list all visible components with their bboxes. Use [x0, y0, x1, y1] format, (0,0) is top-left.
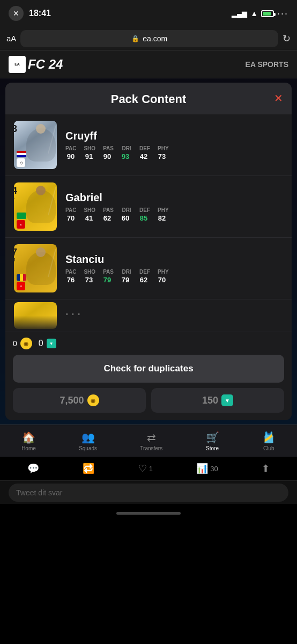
stat-def: 42 [138, 152, 149, 160]
store-icon: 🛒 [206, 431, 219, 444]
nav-transfers-label: Transfers [140, 445, 162, 451]
stats-count: 30 [210, 465, 218, 473]
player-row: 93 CF ⬡ Cru [5, 114, 292, 176]
stats-labels: PAC SHO PAS DRI DEF PHY [65, 145, 283, 151]
player-card-cruyff: 93 CF ⬡ [14, 121, 57, 169]
status-time: 18:41 [29, 9, 51, 18]
url-bar[interactable]: 🔒 ea.com [20, 30, 278, 47]
card-rating: 84 [14, 186, 17, 195]
nav-home-label: Home [21, 445, 36, 451]
fc24-logo: EA FC 24 [9, 56, 63, 73]
twitter-action-bar: 💬 🔁 ♡ 1 📊 30 ⬆ [0, 457, 297, 480]
nationality-flag [17, 274, 26, 281]
nav-squads-label: Squads [79, 445, 97, 451]
nav-club-label: Club [263, 445, 274, 451]
ea-header: EA FC 24 EA SPORTS [0, 50, 297, 78]
player-name: Stanciu [65, 253, 283, 266]
card-position: CB [14, 195, 14, 201]
club-badge: ⬡ [17, 158, 25, 167]
stat-label-sho: SHO [84, 269, 95, 275]
club-icon: 🎽 [262, 431, 276, 444]
refresh-button[interactable]: ↻ [283, 33, 291, 45]
stat-label-pac: PAC [65, 269, 76, 275]
pack-bottom: 0 ◉ 0 ▼ Check for duplicates 7,500 ◉ 150… [5, 332, 292, 420]
check-duplicates-button[interactable]: Check for duplicates [13, 355, 284, 383]
nav-store-label: Store [206, 445, 219, 451]
stat-label-dri: DRI [121, 207, 132, 213]
reply-icon: 💬 [27, 463, 39, 474]
price-points-icon: ▼ [221, 394, 233, 406]
retweet-button[interactable]: 🔁 [83, 463, 94, 474]
close-tab-button[interactable]: ✕ [9, 6, 24, 21]
stat-label-pac: PAC [65, 207, 76, 213]
status-bar: ✕ 18:41 ▂▄▆ ▲ ··· [0, 0, 297, 27]
player-name: Cruyff [65, 130, 283, 142]
stat-pac: 70 [65, 214, 76, 222]
price-points-amount: 150 [202, 395, 218, 406]
reply-button[interactable]: 💬 [27, 463, 39, 474]
club-badge: ✦ [17, 282, 25, 290]
home-bar [116, 512, 181, 515]
price-coins-button[interactable]: 7,500 ◉ [13, 388, 146, 413]
stat-label-pas: PAS [103, 207, 114, 213]
stat-label-phy: PHY [158, 145, 169, 151]
share-button[interactable]: ⬆ [262, 463, 270, 474]
stats-icon: 📊 [196, 463, 208, 474]
game-nav: 🏠 Home 👥 Squads ⇄ Transfers 🛒 Store 🎽 Cl… [0, 425, 297, 457]
stat-pas: 79 [102, 276, 113, 284]
ea-badge: EA [9, 56, 26, 73]
nav-store[interactable]: 🛒 Store [206, 431, 219, 451]
stat-phy: 82 [157, 214, 167, 222]
tweet-reply-input[interactable]: Tweet dit svar [9, 484, 288, 502]
text-size-button[interactable]: aA [6, 34, 16, 43]
stat-label-pas: PAS [103, 145, 114, 151]
status-left: ✕ 18:41 [9, 6, 51, 21]
card-flags: ▲ [17, 213, 26, 229]
player-card-gabriel: 84 CB ▲ [14, 182, 57, 231]
modal-header: Pack Content ✕ [5, 83, 292, 114]
card-flags: ⬡ [17, 151, 26, 167]
lock-icon: 🔒 [131, 35, 139, 42]
nav-club[interactable]: 🎽 Club [262, 431, 276, 451]
squads-icon: 👥 [81, 431, 95, 444]
card-rating: 93 [14, 124, 17, 134]
player-list: 93 CF ⬡ Cru [5, 114, 292, 332]
stat-pas: 62 [102, 214, 113, 222]
stat-label-dri: DRI [121, 145, 132, 151]
player-card-stanciu: 77 CM ✦ [14, 244, 57, 292]
price-points-button[interactable]: 150 ▼ [151, 388, 284, 413]
like-button[interactable]: ♡ 1 [138, 463, 153, 474]
stat-label-sho: SHO [84, 207, 95, 213]
points-count: 0 [39, 339, 43, 348]
fc24-title: FC 24 [28, 57, 63, 72]
player-name: Gabriel [65, 192, 283, 204]
home-indicator [0, 504, 297, 522]
stat-sho: 41 [84, 214, 94, 222]
more-options-button[interactable]: ··· [277, 8, 288, 19]
home-icon: 🏠 [22, 431, 35, 444]
modal-overlay: Pack Content ✕ 93 CF [0, 78, 297, 425]
stat-phy: 73 [157, 152, 167, 160]
points-icon: ▼ [47, 339, 56, 348]
stat-label-pac: PAC [65, 145, 76, 151]
battery-icon [261, 10, 274, 17]
stats-button[interactable]: 📊 30 [196, 463, 218, 474]
nav-home[interactable]: 🏠 Home [21, 431, 36, 451]
nav-squads[interactable]: 👥 Squads [79, 431, 97, 451]
club-badge: ▲ [17, 220, 25, 229]
nav-transfers[interactable]: ⇄ Transfers [140, 431, 162, 451]
stat-dri: 60 [120, 214, 131, 222]
stat-phy: 70 [157, 276, 167, 284]
player-info-stanciu: Stanciu PAC SHO PAS DRI DEF PHY 76 73 [65, 253, 283, 284]
pack-content-modal: Pack Content ✕ 93 CF [5, 83, 292, 420]
modal-close-button[interactable]: ✕ [274, 92, 283, 105]
tweet-input-bar: Tweet dit svar [0, 480, 297, 504]
player-row-partial: ~ · · · [5, 299, 292, 332]
stat-label-def: DEF [139, 207, 150, 213]
player-row: 77 CM ✦ Stanciu [5, 238, 292, 299]
modal-title: Pack Content [111, 92, 187, 106]
coin-gold-icon: ◉ [20, 338, 32, 349]
like-icon: ♡ [138, 463, 147, 474]
stat-sho: 73 [84, 276, 94, 284]
nationality-flag [17, 213, 26, 219]
